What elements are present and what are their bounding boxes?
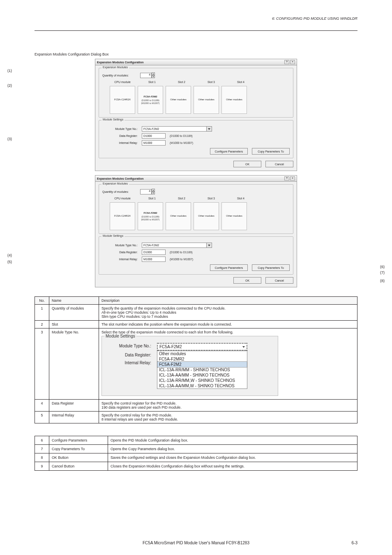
slot2-box[interactable]: Other modules <box>166 202 191 230</box>
slot4-label: Other modules <box>226 98 242 101</box>
data-register-label: Data Register: <box>102 251 138 254</box>
close-button[interactable]: × <box>290 60 295 64</box>
cpu-header: CPU module <box>113 81 132 83</box>
slot4-header: Slot 4 <box>231 81 250 83</box>
slot2-box[interactable]: Other modules <box>166 86 191 114</box>
cell-name: OK Button <box>49 453 108 462</box>
spin-up-icon[interactable]: ▴ <box>152 72 155 75</box>
slot2-header: Slot 2 <box>172 197 191 200</box>
internal-relay-range: (M1000 to M1007) <box>170 141 193 144</box>
internal-relay-label: Internal Relay: <box>106 360 151 365</box>
configure-parameters-button[interactable]: Configure Parameters <box>210 148 248 155</box>
ok-button[interactable]: OK <box>233 277 261 284</box>
chevron-down-icon[interactable] <box>206 126 212 132</box>
settings-table-2: 6 Configure Parameters Opens the PID Mod… <box>35 436 357 471</box>
group-label: Expansion Modules <box>101 182 129 185</box>
expansion-modules-group: Expansion Modules Quantity of modules: 4… <box>99 184 293 234</box>
module-type-select[interactable]: FC5A-F2M2 <box>142 243 207 248</box>
expansion-dialog-top: Expansion Modules Configuration ? × Expa… <box>95 59 297 171</box>
dropdown-option[interactable]: ICL-13A-AA/MM,W - SHINKO TECHNOS <box>157 383 247 388</box>
ok-button[interactable]: OK <box>233 161 261 167</box>
cell-no: 6 <box>35 436 49 445</box>
chevron-down-icon[interactable] <box>242 346 245 348</box>
cell-desc: Select the type of the expansion module … <box>99 328 357 400</box>
slot1-dr-range: (D1000 to D1189) <box>141 215 159 218</box>
cell-name: Copy Parameters To <box>49 445 108 453</box>
dropdown-option[interactable]: ICL-13A-RR/MM,W - SHINKO TECHNOS <box>157 378 247 383</box>
module-type-select[interactable]: FC5A-F2M2 <box>142 126 207 132</box>
slot1-dr-range: (D1000 to D1189) <box>141 99 159 102</box>
module-type-select[interactable]: FC5A-F2M2 <box>157 343 247 351</box>
cell-no: 8 <box>35 453 49 462</box>
cell-name: Configure Parameters <box>49 436 108 445</box>
dropdown-option[interactable]: FC5A-F2MR2 <box>157 356 247 362</box>
cell-no: 1 <box>35 305 49 321</box>
internal-relay-input[interactable]: M1000 <box>142 257 166 262</box>
quantity-value[interactable]: 4 <box>140 73 152 78</box>
dropdown-option-selected[interactable]: FC5A-F2M2 <box>157 362 247 367</box>
module-settings-label: Module Settings <box>104 334 136 338</box>
module-type-value: FC5A-F2M2 <box>159 345 182 349</box>
page-number: 6-3 <box>352 541 357 545</box>
dialog-title-text: Expansion Modules Configuration <box>97 177 144 180</box>
slot1-box[interactable]: FC5A-F2M2 (D1000 to D1189) (M1000 to M10… <box>138 202 163 230</box>
quantity-stepper[interactable]: 4 ▴▾ <box>140 189 155 194</box>
cell-desc: Opens the Copy Parameters dialog box. <box>108 445 357 453</box>
slot3-box[interactable]: Other modules <box>194 202 219 230</box>
footer: FC5A MicroSmart PID Module User's Manual… <box>0 541 392 545</box>
cell-no: 2 <box>35 321 49 328</box>
dropdown-option[interactable]: Other modules <box>157 351 247 356</box>
slot3-box[interactable]: Other modules <box>194 86 219 114</box>
close-button[interactable]: × <box>290 176 295 180</box>
slot1-box[interactable]: FC5A-F2M2 (D1000 to D1189) (M1000 to M10… <box>138 86 163 114</box>
cell-no: 5 <box>35 412 49 423</box>
dialog-titlebar: Expansion Modules Configuration ? × <box>95 59 297 65</box>
quantity-value[interactable]: 4 <box>140 189 152 194</box>
copy-parameters-button[interactable]: Copy Parameters To <box>252 148 290 155</box>
internal-relay-input[interactable]: M1000 <box>142 140 166 146</box>
cell-desc-text: Select the type of the expansion module … <box>101 330 355 334</box>
chevron-down-icon[interactable] <box>206 243 212 248</box>
dropdown-option[interactable]: ICL-13A-AA/MM - SHINKO TECHNOS <box>157 372 247 378</box>
slot3-label: Other modules <box>198 215 214 217</box>
module-type-label: Module Type No.: <box>106 343 151 348</box>
module-settings-label: Module Settings <box>101 234 125 237</box>
callout-5: (5) <box>7 260 12 264</box>
quantity-stepper[interactable]: 4 ▴▾ <box>140 72 155 78</box>
data-register-input[interactable]: D1000 <box>142 250 166 255</box>
data-register-input[interactable]: D1000 <box>142 133 166 139</box>
cell-no: 7 <box>35 445 49 453</box>
module-settings-inline: Module Settings Module Type No.: FC5A-F2… <box>101 336 278 396</box>
module-type-value: FC5A-F2M2 <box>143 244 159 247</box>
internal-relay-label: Internal Relay: <box>102 258 138 261</box>
copy-parameters-button[interactable]: Copy Parameters To <box>252 264 290 271</box>
help-button[interactable]: ? <box>284 176 289 180</box>
table-row: 9 Cancel Button Closes the Expansion Mod… <box>35 462 357 471</box>
dialog-title-text: Expansion Modules Configuration <box>97 61 144 64</box>
cancel-button[interactable]: Cancel <box>265 161 293 167</box>
slot4-box[interactable]: Other modules <box>221 86 247 114</box>
spin-down-icon[interactable]: ▾ <box>152 192 155 194</box>
callout-3: (3) <box>7 137 12 141</box>
cell-desc-text: Specify the control register for the PID… <box>101 401 182 409</box>
module-settings-label: Module Settings <box>101 118 125 121</box>
dropdown-option[interactable]: ICL-13A-RR/MM - SHINKO TECHNOS <box>157 367 247 372</box>
slot4-box[interactable]: Other modules <box>221 202 247 230</box>
cpu-box[interactable]: FC5A-C24R2X <box>110 202 135 230</box>
table-row: 2 Slot The slot number indicates the pos… <box>35 321 357 328</box>
table-row: 5 Internal Relay Specify the control rel… <box>35 412 357 423</box>
cancel-button[interactable]: Cancel <box>265 277 293 284</box>
slot1-module-name: FC5A-F2M2 <box>143 95 157 98</box>
module-type-dropdown-list[interactable]: Other modules FC5A-F2MR2 FC5A-F2M2 ICL-1… <box>157 351 247 389</box>
configure-parameters-button[interactable]: Configure Parameters <box>210 264 248 271</box>
module-type-label: Module Type No.: <box>102 127 138 130</box>
slot2-label: Other modules <box>170 98 186 101</box>
cpu-box-label: FC5A-C24R2X <box>114 98 131 101</box>
spin-up-icon[interactable]: ▴ <box>152 189 155 192</box>
cpu-box-label: FC5A-C24R2X <box>114 215 131 217</box>
slot4-header: Slot 4 <box>231 197 250 200</box>
spin-down-icon[interactable]: ▾ <box>152 75 155 78</box>
help-button[interactable]: ? <box>284 60 289 64</box>
slot2-label: Other modules <box>170 215 186 217</box>
cpu-box[interactable]: FC5A-C24R2X <box>110 86 135 114</box>
